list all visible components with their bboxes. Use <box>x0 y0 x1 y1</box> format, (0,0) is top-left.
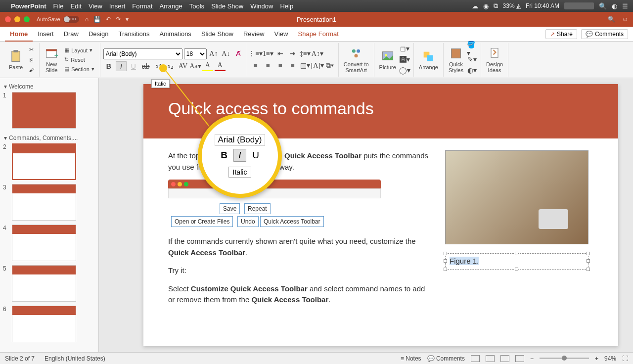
account-icon[interactable]: ☺ <box>622 16 628 23</box>
qat-redo-icon[interactable]: ↷ <box>116 16 121 23</box>
align-center-button[interactable]: ≡ <box>263 61 273 71</box>
bold-button[interactable]: B <box>103 61 114 71</box>
copy-button[interactable]: ⎘ <box>26 55 36 64</box>
section-button[interactable]: ▤ Section ▾ <box>62 65 97 73</box>
line-spacing-button[interactable]: ‡≡▾ <box>300 49 311 59</box>
font-color-button[interactable]: A <box>215 61 226 71</box>
align-text-button[interactable]: [A]▾ <box>312 61 323 71</box>
zoom-slider[interactable] <box>540 358 589 359</box>
format-painter-button[interactable]: 🖌 <box>26 65 36 74</box>
menu-edit[interactable]: Edit <box>70 2 81 10</box>
columns-button[interactable]: ▥▾ <box>300 61 311 71</box>
slide-thumb-2[interactable] <box>12 143 76 180</box>
section-commands[interactable]: ▾ Commands, Comments,... <box>3 133 95 143</box>
shapes-gallery-button[interactable]: ◯▾ <box>400 66 410 76</box>
text-box-button[interactable]: 🅰▾ <box>400 55 410 65</box>
qat-save-icon[interactable]: 💾 <box>93 16 101 23</box>
reset-button[interactable]: ↻ Reset <box>62 55 97 64</box>
highlight-button[interactable]: A <box>202 61 213 71</box>
app-name[interactable]: PowerPoint <box>11 2 46 10</box>
align-left-button[interactable]: ≡ <box>250 61 261 71</box>
smartart-convert-button[interactable]: ⧉▾ <box>324 61 335 71</box>
slide-p2[interactable]: If the commands currently shown aren't q… <box>168 236 430 258</box>
search-icon[interactable]: 🔍 <box>608 16 615 23</box>
menu-help[interactable]: Help <box>280 2 293 10</box>
slideshow-view-button[interactable] <box>515 355 524 362</box>
tab-transitions[interactable]: Transitions <box>113 27 154 42</box>
minimize-window-button[interactable] <box>14 16 20 22</box>
cloud-icon[interactable]: ☁ <box>472 2 478 10</box>
autosave-toggle[interactable]: AutoSave OFF <box>37 16 79 23</box>
convert-smartart-button[interactable]: Convert to SmartArt <box>342 46 371 74</box>
normal-view-button[interactable] <box>471 355 480 362</box>
tab-view[interactable]: View <box>270 27 293 42</box>
tab-slideshow[interactable]: Slide Show <box>196 27 238 42</box>
slide-thumb-4[interactable] <box>12 225 76 261</box>
user-name[interactable] <box>564 2 594 9</box>
tab-review[interactable]: Review <box>238 27 270 42</box>
strikethrough-button[interactable]: ab <box>140 61 151 71</box>
change-case-button[interactable]: Aa▾ <box>190 61 201 71</box>
comments-button[interactable]: 💬 Comments <box>427 355 465 362</box>
status-slide-number[interactable]: Slide 2 of 7 <box>5 355 35 362</box>
bullets-button[interactable]: ⋮≡▾ <box>250 49 261 59</box>
quick-styles-button[interactable]: Quick Styles <box>447 46 465 74</box>
comments-button[interactable]: 💬Comments <box>581 29 628 39</box>
tab-insert[interactable]: Insert <box>33 27 59 42</box>
wifi-icon[interactable]: ⧉ <box>494 2 498 10</box>
menu-arrange[interactable]: Arrange <box>160 2 182 10</box>
slide-canvas[interactable]: Quick access to commands At the top Quic… <box>99 78 633 352</box>
qat-dropdown-icon[interactable]: ▾ <box>126 16 129 23</box>
char-spacing-button[interactable]: AV <box>178 61 188 71</box>
menu-file[interactable]: File <box>53 2 64 10</box>
italic-button[interactable]: I <box>116 61 127 71</box>
share-button[interactable]: ↗Share <box>545 29 577 39</box>
slide-thumb-5[interactable] <box>12 265 76 302</box>
font-name-select[interactable]: Arial (Body) <box>103 48 182 59</box>
shapes-button[interactable]: ◻▾ <box>400 44 410 54</box>
decrease-font-button[interactable]: A↓ <box>221 49 231 59</box>
menu-window[interactable]: Window <box>250 2 273 10</box>
design-ideas-button[interactable]: Design Ideas <box>484 46 505 74</box>
menu-insert[interactable]: Insert <box>109 2 126 10</box>
fit-button[interactable]: ⛶ <box>622 355 628 362</box>
clock[interactable]: Fri 10:40 AM <box>526 2 559 9</box>
tab-draw[interactable]: Draw <box>59 27 84 42</box>
wifi-icon[interactable]: ◉ <box>483 2 489 10</box>
menu-tools[interactable]: Tools <box>189 2 204 10</box>
zoom-level[interactable]: 94% <box>604 355 616 362</box>
caption-text[interactable]: Figure 1. <box>450 257 479 265</box>
siri-icon[interactable]: ◐ <box>612 2 617 10</box>
status-language[interactable]: English (United States) <box>45 355 105 362</box>
shape-effects-button[interactable]: ◐▾ <box>467 66 478 76</box>
numbering-button[interactable]: 1≡▾ <box>263 49 273 59</box>
shape-outline-button[interactable]: ✎▾ <box>467 55 478 65</box>
tab-design[interactable]: Design <box>84 27 113 42</box>
qat-undo-icon[interactable]: ↶ <box>106 16 111 23</box>
clear-format-button[interactable]: A̸ <box>233 49 244 59</box>
slide-p4[interactable]: Select Customize Quick Access Toolbar an… <box>168 283 430 306</box>
align-right-button[interactable]: ≡ <box>275 61 286 71</box>
decrease-indent-button[interactable]: ⇤ <box>275 49 286 59</box>
section-welcome[interactable]: ▾ Welcome <box>3 81 95 92</box>
increase-font-button[interactable]: A↑ <box>208 49 219 59</box>
qat-home-icon[interactable]: ⌂ <box>85 16 89 23</box>
slide-thumb-3[interactable] <box>12 184 76 221</box>
arrange-button[interactable]: Arrange <box>417 48 440 71</box>
slide-thumb-6[interactable] <box>12 306 76 342</box>
menu-slideshow[interactable]: Slide Show <box>211 2 243 10</box>
zoom-out-button[interactable]: − <box>530 355 534 362</box>
menu-view[interactable]: View <box>89 2 102 10</box>
notes-button[interactable]: ≡ Notes <box>401 355 421 362</box>
increase-indent-button[interactable]: ⇥ <box>287 49 298 59</box>
new-slide-button[interactable]: + New Slide <box>43 46 60 74</box>
picture-button[interactable]: Picture <box>377 48 398 71</box>
zoom-in-button[interactable]: + <box>595 355 598 362</box>
text-direction-button[interactable]: A↕▾ <box>312 49 323 59</box>
reading-view-button[interactable] <box>500 355 509 362</box>
slide-photo[interactable] <box>445 150 588 244</box>
font-size-select[interactable]: 18 <box>184 48 207 59</box>
maximize-window-button[interactable] <box>24 16 30 22</box>
tab-animations[interactable]: Animations <box>155 27 196 42</box>
slide-thumb-1[interactable] <box>12 92 76 129</box>
